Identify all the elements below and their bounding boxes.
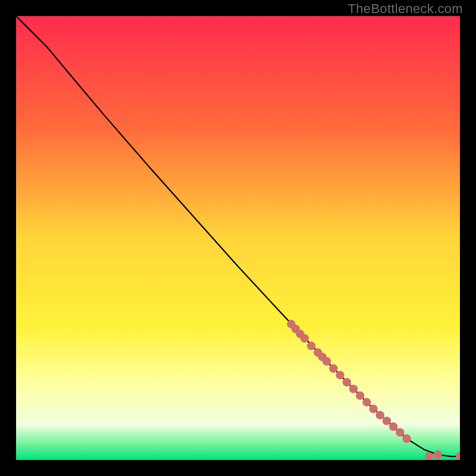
data-marker: [349, 384, 358, 393]
data-marker: [376, 411, 384, 419]
data-marker: [322, 357, 331, 365]
chart-svg: [16, 16, 460, 460]
data-marker: [336, 371, 344, 379]
data-marker: [369, 405, 377, 413]
data-marker: [389, 422, 397, 431]
data-marker: [307, 342, 315, 350]
data-marker: [356, 392, 364, 400]
data-marker: [343, 378, 351, 386]
data-marker: [362, 398, 371, 406]
data-marker: [329, 364, 337, 372]
data-marker: [300, 334, 309, 342]
data-marker: [434, 450, 442, 459]
chart-frame: TheBottleneck.com: [0, 0, 476, 476]
watermark-text: TheBottleneck.com: [348, 1, 463, 17]
data-marker: [383, 416, 391, 425]
chart-background: [16, 16, 460, 460]
plot-area: [16, 16, 460, 460]
data-marker: [402, 434, 411, 443]
data-marker: [396, 428, 404, 437]
